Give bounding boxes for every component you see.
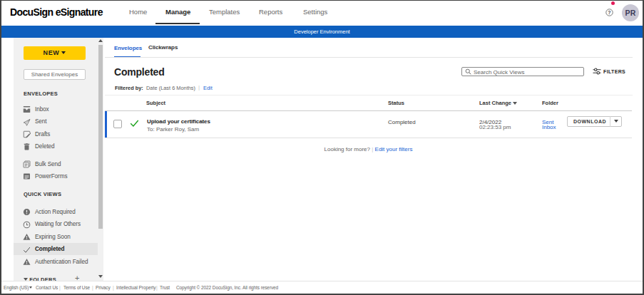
svg-text:?: ? [608,10,610,15]
